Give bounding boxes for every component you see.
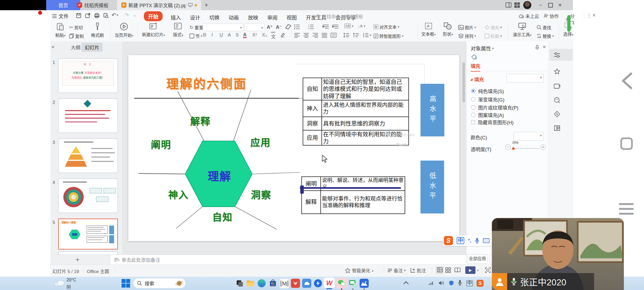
slide-thumbnail-6-partial[interactable] (58, 252, 118, 254)
smart-features-icon[interactable] (554, 111, 561, 118)
textbox-button[interactable]: A 文本框▾ (419, 23, 438, 37)
canvas-scrollbar[interactable] (462, 62, 465, 103)
menu-insert[interactable]: 插入 (168, 12, 184, 22)
m-app-button[interactable]: M (280, 279, 289, 288)
comment-button[interactable]: 批注 (411, 267, 426, 274)
properties-icon[interactable] (554, 52, 561, 59)
picture-button[interactable]: 图片▾ (458, 24, 476, 31)
slide-thumbnail-2[interactable] (58, 99, 118, 133)
decrease-font-button[interactable]: A⁻ (276, 24, 282, 30)
weather-desc[interactable]: 阴 (67, 284, 71, 290)
facet-insight[interactable]: 洞察 (251, 187, 271, 201)
tray-mic-icon[interactable] (458, 280, 462, 286)
new-slide-button[interactable]: 新建幻灯片▾ (140, 23, 167, 38)
alpha-minus-button[interactable]: − (505, 144, 511, 150)
checkbox-hide-background[interactable]: 隐藏背景图形(H) (471, 119, 514, 126)
radio-picture-fill[interactable]: 图片或纹理填充(P) (471, 104, 518, 111)
align-text-button[interactable]: 对齐文本▾ (374, 24, 399, 30)
slideshow-play-button[interactable]: ▶ (465, 266, 475, 274)
panel-title[interactable]: 对象属性▾ (471, 45, 494, 52)
taskbar-search[interactable]: 搜索 (133, 278, 186, 288)
menu-review[interactable]: 审阅 (265, 12, 280, 22)
copy-button[interactable]: 复制 (69, 33, 84, 39)
alpha-slider-track[interactable] (512, 148, 539, 149)
ms-store-button[interactable] (268, 279, 277, 288)
facet-explain[interactable]: 解释 (190, 114, 211, 128)
numbered-list-icon[interactable]: 123 (308, 24, 314, 30)
spacing-options-button[interactable]: ▾ (363, 33, 371, 38)
more-menu-icon[interactable]: ⋮ (587, 12, 592, 19)
animation-icon[interactable] (554, 83, 561, 90)
font-color-button[interactable]: A (243, 32, 247, 38)
collaborate-button[interactable]: 协作 (544, 13, 559, 19)
para-spacing-icon[interactable] (353, 33, 359, 38)
ime-punct-icon[interactable]: °, (468, 238, 471, 244)
slide-thumbnail-5-selected[interactable]: 理解的六侧面 理解 (58, 219, 118, 249)
effects-icon[interactable] (554, 68, 561, 75)
low-level-box[interactable]: 低水平 (420, 161, 444, 213)
presentation-tools-button[interactable]: 演示工具▾ (510, 23, 535, 38)
wechat-app-button[interactable] (336, 278, 347, 288)
facet-clarify[interactable]: 阐明 (151, 137, 171, 151)
file-explorer-button[interactable] (246, 279, 255, 288)
webcam-overlay[interactable]: 张正中2020 (492, 218, 624, 290)
export-icon[interactable] (84, 12, 91, 19)
bold-button[interactable]: B (203, 32, 206, 38)
font-size-select[interactable]: ▾ (245, 24, 265, 31)
fill-section-header[interactable]: ◢ 填充 (470, 76, 484, 83)
increase-indent-icon[interactable] (332, 24, 339, 30)
clear-format-button[interactable] (286, 24, 291, 30)
fill-style-select[interactable] (507, 74, 544, 82)
find-button[interactable]: 查找 (537, 24, 551, 31)
paste-button[interactable]: 粘贴▾ (53, 23, 68, 38)
overlay-stop-button[interactable] (620, 137, 633, 150)
outline-button[interactable]: 轮廓▾ (485, 33, 502, 39)
notes-bar[interactable]: 单击此处添加备注 (110, 255, 466, 264)
tab-slides[interactable]: 幻灯片 (82, 43, 103, 52)
toolbar-collapse-icon[interactable]: ⌄ (133, 13, 136, 17)
menu-design[interactable]: 设计 (187, 12, 203, 22)
section-button[interactable]: 节▾ (189, 33, 202, 39)
format-painter-button[interactable]: 格式刷 (89, 23, 106, 38)
file-menu[interactable]: 文件 (52, 12, 69, 20)
grid-layout-icon[interactable] (514, 2, 520, 8)
tab-document[interactable]: P 新建 PPTX 演示文稿 (2).pptx (117, 0, 201, 10)
menu-transition[interactable]: 切换 (207, 12, 222, 22)
slide-thumbnail-4[interactable] (58, 179, 118, 213)
increase-font-button[interactable]: A⁺ (267, 24, 273, 30)
split-layout-icon[interactable] (506, 2, 511, 8)
menu-view[interactable]: 视图 (284, 12, 299, 22)
arrange-button[interactable]: 排列▾ (458, 33, 476, 39)
tray-ime-mode[interactable]: 中 (466, 280, 473, 286)
radio-pattern-fill[interactable]: 图案填充(A) (471, 111, 504, 118)
facet-empathy[interactable]: 神入 (168, 187, 189, 201)
smart-beautify-button[interactable]: 智能美化▴ (345, 267, 374, 274)
avatar[interactable] (523, 1, 531, 9)
layout-button[interactable]: 版式▾ (169, 23, 188, 38)
print-preview-icon[interactable] (103, 12, 109, 19)
reference-icon[interactable] (554, 125, 561, 132)
line-spacing-icon[interactable] (343, 33, 349, 38)
font-family-select[interactable]: ▾ (203, 24, 243, 31)
save-icon[interactable] (75, 12, 82, 19)
menu-start[interactable]: 开始 (144, 11, 163, 21)
high-level-box[interactable]: 高水平 (420, 84, 444, 136)
slide-title[interactable]: 理解的六侧面 (166, 74, 247, 92)
align-right-icon[interactable] (312, 33, 318, 38)
justify-icon[interactable] (321, 33, 327, 38)
radio-gradient-fill[interactable]: 渐变填充(G) (471, 96, 504, 103)
slide-thumbnail-3[interactable] (58, 139, 118, 173)
radio-solid-fill[interactable]: 纯色填充(S) (471, 88, 504, 95)
close-button[interactable]: × (557, 2, 564, 9)
weather-icon[interactable] (53, 279, 65, 287)
facet-apply[interactable]: 应用 (250, 135, 271, 149)
menu-animation[interactable]: 动画 (226, 12, 241, 22)
subscript-button[interactable]: X₂ (262, 32, 267, 38)
ime-mic-icon[interactable] (475, 238, 479, 244)
collapse-ribbon-icon[interactable]: ∧ (592, 12, 596, 17)
restore-button[interactable] (547, 2, 554, 9)
color-select[interactable] (514, 132, 544, 140)
tray-chevron-icon[interactable] (403, 281, 409, 285)
fit-slide-button[interactable] (485, 267, 491, 273)
overlay-menu-button[interactable] (619, 202, 634, 216)
